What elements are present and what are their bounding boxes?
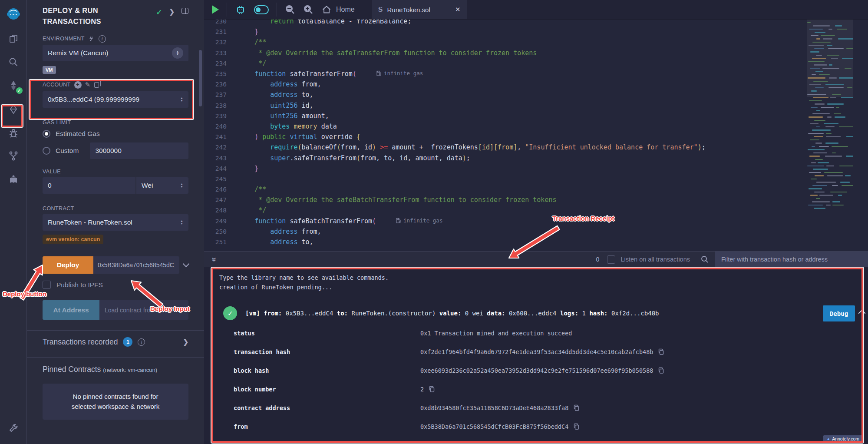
estimated-gas-radio[interactable]: Estimated Gas	[43, 130, 188, 138]
line-text: ) public virtual override {	[239, 133, 360, 141]
infinite-gas-note: infinite gas	[376, 70, 423, 76]
tx-summary-text: [vm] from: 0x5B3...eddC4 to: RuneToken.(…	[245, 310, 659, 317]
line-number[interactable]: 240	[204, 123, 227, 130]
line-number[interactable]: 238	[204, 102, 227, 109]
debugger-icon[interactable]	[0, 121, 27, 144]
line-number[interactable]: 243	[204, 155, 227, 162]
at-address-button[interactable]: At Address	[43, 300, 99, 320]
line-number[interactable]: 245	[204, 176, 227, 182]
home-tab-label[interactable]: Home	[336, 6, 355, 13]
environment-info-icon[interactable]: i	[99, 35, 106, 43]
run-script-icon[interactable]	[212, 5, 219, 14]
at-address-input[interactable]	[99, 300, 188, 320]
account-select[interactable]: 0x5B3...eddC4 (99.999999999 ▲▼	[43, 91, 188, 108]
line-number[interactable]: 231	[204, 28, 227, 35]
chevron-updown-icon: ▲▼	[172, 47, 183, 59]
panel-scrollbar[interactable]	[199, 50, 202, 106]
line-number[interactable]: 237	[204, 91, 227, 98]
zoom-in-icon[interactable]	[303, 4, 314, 15]
code-lines: 230 return totalBalance - frozenBalance;…	[204, 20, 868, 247]
line-text: address from,	[239, 228, 321, 235]
ai-toggle[interactable]	[254, 5, 269, 14]
remix-logo[interactable]	[0, 3, 27, 27]
ai-assistant-icon[interactable]	[235, 4, 246, 15]
expand-terminal-icon[interactable]: »	[210, 257, 219, 262]
close-tab-icon[interactable]: ✕	[455, 6, 461, 13]
transactions-recorded-row[interactable]: Transactions recorded 1 i ❯	[43, 337, 188, 347]
plugin-manager-icon[interactable]	[0, 168, 27, 191]
copy-icon[interactable]	[429, 386, 435, 392]
line-number[interactable]: 232	[204, 39, 227, 46]
collapse-receipt-icon[interactable]	[858, 310, 866, 317]
git-icon[interactable]	[0, 144, 27, 168]
environment-select[interactable]: Remix VM (Cancun) ▲▼	[43, 45, 188, 61]
line-text: address to,	[239, 91, 314, 99]
code-line: 239 uint256 amount,	[204, 111, 868, 121]
file-explorer-icon[interactable]	[0, 27, 27, 50]
code-line: 236 address from,	[204, 79, 868, 89]
solidity-compiler-icon[interactable]: ✓	[0, 74, 27, 97]
contract-select[interactable]: RuneToken - RuneToken.sol ▲▼	[43, 214, 188, 231]
terminal[interactable]: Type the library name to see available c…	[204, 267, 868, 444]
copy-icon[interactable]	[658, 367, 664, 374]
edit-account-icon[interactable]: ✎	[85, 81, 91, 89]
line-number[interactable]: 235	[204, 70, 227, 77]
line-text: function safeBatchTransferFrom(infinite …	[239, 217, 442, 225]
value-input[interactable]: 0	[43, 177, 135, 194]
line-number[interactable]: 247	[204, 196, 227, 203]
receipt-key: block hash	[234, 367, 269, 374]
search-icon[interactable]	[0, 50, 27, 74]
line-number[interactable]: 230	[204, 20, 227, 25]
receipt-value: 0xf2de1f964bfd4f9a6d67972f4e1dea39f53ac3…	[420, 348, 664, 355]
line-number[interactable]: 244	[204, 165, 227, 172]
contract-label: CONTRACT	[43, 205, 188, 212]
chevron-right-icon[interactable]: ❯	[169, 8, 175, 16]
line-number[interactable]: 242	[204, 144, 227, 151]
line-number[interactable]: 233	[204, 50, 227, 56]
debug-button[interactable]: Debug	[823, 305, 855, 321]
line-text: bytes memory data	[239, 123, 337, 130]
deploy-run-icon[interactable]	[0, 97, 27, 121]
publish-ipfs-checkbox[interactable]	[43, 281, 51, 289]
listen-all-checkbox[interactable]	[607, 255, 615, 264]
success-check-icon: ✓	[223, 306, 237, 320]
copy-icon[interactable]	[658, 348, 664, 355]
minimap[interactable]	[807, 20, 853, 251]
transaction-summary-row[interactable]: ✓ [vm] from: 0x5B3...eddC4 to: RuneToken…	[204, 305, 868, 322]
line-number[interactable]: 236	[204, 81, 227, 88]
line-number[interactable]: 239	[204, 113, 227, 119]
line-number[interactable]: 251	[204, 239, 227, 245]
expand-transactions-icon[interactable]: ❯	[183, 338, 188, 346]
tab-runetoken[interactable]: S RuneToken.sol ✕	[372, 0, 467, 19]
line-number[interactable]: 246	[204, 186, 227, 193]
line-number[interactable]: 241	[204, 133, 227, 140]
line-number[interactable]: 248	[204, 207, 227, 214]
add-account-icon[interactable]: +	[74, 81, 82, 89]
custom-gas-input[interactable]: 3000000	[90, 142, 188, 159]
value-unit-select[interactable]: Wei ▲▼	[136, 177, 188, 194]
activity-bar: ✓	[0, 0, 27, 444]
deploy-input[interactable]: 0x5B38Da6a701c568545dC	[93, 256, 179, 274]
code-line: 234 */	[204, 58, 868, 69]
terminal-filter-input[interactable]	[715, 252, 868, 268]
chevron-updown-icon: ▲▼	[180, 183, 183, 188]
publish-ipfs-row[interactable]: Publish to IPFS	[43, 281, 188, 289]
split-panel-icon[interactable]	[182, 8, 188, 14]
copy-icon[interactable]	[574, 423, 579, 430]
receipt-key: status	[234, 330, 255, 337]
expand-constructor-icon[interactable]	[183, 260, 190, 267]
home-icon[interactable]	[321, 4, 332, 15]
deploy-button[interactable]: Deploy	[43, 256, 93, 274]
line-number[interactable]: 234	[204, 60, 227, 67]
zoom-out-icon[interactable]	[285, 4, 295, 15]
settings-icon[interactable]	[0, 417, 27, 441]
code-line: 233 * @dev Override the safeTransferFrom…	[204, 48, 868, 58]
custom-gas-radio[interactable]: Custom 3000000	[43, 142, 188, 159]
line-number[interactable]: 250	[204, 228, 227, 235]
copy-icon[interactable]	[574, 404, 579, 411]
transactions-info-icon[interactable]: i	[138, 338, 145, 346]
line-number[interactable]: 249	[204, 218, 227, 225]
copy-account-icon[interactable]	[94, 82, 99, 88]
code-editor[interactable]: 230 return totalBalance - frozenBalance;…	[204, 20, 868, 251]
plug-icon[interactable]	[88, 36, 94, 42]
